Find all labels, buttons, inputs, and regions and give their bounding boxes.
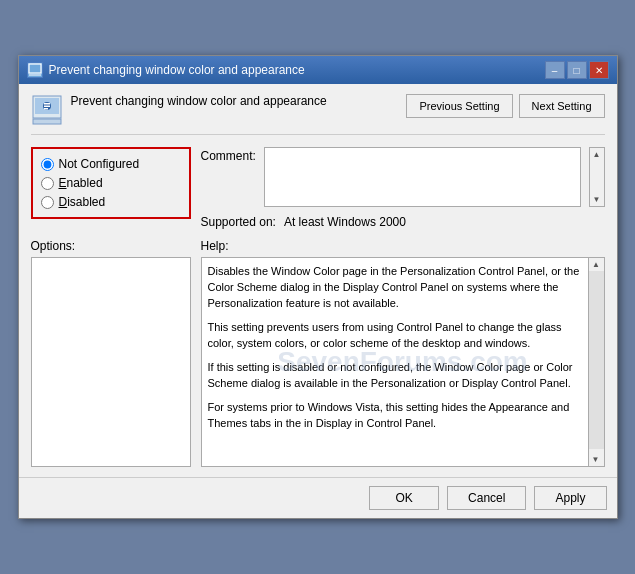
help-panel: Help: Disables the Window Color page in … [201,239,605,467]
previous-setting-button[interactable]: Previous Setting [406,94,512,118]
supported-section: Supported on: At least Windows 2000 [201,215,605,229]
supported-label: Supported on: [201,215,276,229]
radio-enabled[interactable]: Enabled [41,176,181,190]
right-panel: Comment: ▲ ▼ Supported on: At least Wind… [201,147,605,229]
help-paragraph-3: If this setting is disabled or not confi… [208,360,582,392]
footer: OK Cancel Apply [19,477,617,518]
scroll-up-arrow[interactable]: ▲ [591,148,603,161]
help-scroll-down[interactable]: ▼ [588,453,604,466]
help-scrollbar: ▲ ▼ [588,258,604,466]
supported-value: At least Windows 2000 [284,215,406,229]
comment-scrollbar: ▲ ▼ [589,147,605,207]
dialog-window: Prevent changing window color and appear… [18,55,618,519]
header-section: Prevent changing window color and appear… [31,94,605,135]
apply-button[interactable]: Apply [534,486,606,510]
help-paragraph-2: This setting prevents users from using C… [208,320,582,352]
help-paragraph-4: For systems prior to Windows Vista, this… [208,400,582,432]
title-bar-text: Prevent changing window color and appear… [49,63,305,77]
comment-section: Comment: ▲ ▼ [201,147,605,207]
ok-button[interactable]: OK [369,486,439,510]
options-box [31,257,191,467]
help-text-content: Disables the Window Color page in the Pe… [208,264,598,431]
radio-enabled-label: Enabled [59,176,103,190]
help-box: Disables the Window Color page in the Pe… [201,257,605,467]
radio-disabled-label: Disabled [59,195,106,209]
svg-rect-2 [29,74,41,76]
help-title: Help: [201,239,605,253]
radio-not-configured-label: Not Configured [59,157,140,171]
title-bar: Prevent changing window color and appear… [19,56,617,84]
radio-group: Not Configured Enabled Disabled [31,147,191,219]
header-policy-icon [31,94,63,126]
dialog-body: Prevent changing window color and appear… [19,84,617,477]
radio-disabled[interactable]: Disabled [41,195,181,209]
options-panel: Options: [31,239,191,467]
help-scroll-up[interactable]: ▲ [589,258,604,271]
minimize-button[interactable]: – [545,61,565,79]
scroll-down-arrow[interactable]: ▼ [591,193,603,206]
radio-not-configured[interactable]: Not Configured [41,157,181,171]
svg-rect-1 [31,66,39,71]
next-setting-button[interactable]: Next Setting [519,94,605,118]
bottom-section: Options: Help: Disables the Window Color… [31,239,605,467]
title-bar-controls: – □ ✕ [545,61,609,79]
svg-rect-7 [44,103,50,105]
close-button[interactable]: ✕ [589,61,609,79]
header-title: Prevent changing window color and appear… [71,94,399,108]
title-bar-icon [27,62,43,78]
svg-rect-9 [44,108,48,110]
help-scroll-track [589,271,604,449]
content-area: Not Configured Enabled Disabled Comment: [31,147,605,229]
header-nav-buttons: Previous Setting Next Setting [406,94,604,118]
maximize-button[interactable]: □ [567,61,587,79]
left-panel: Not Configured Enabled Disabled [31,147,191,229]
comment-label: Comment: [201,147,256,207]
svg-rect-8 [44,106,50,108]
cancel-button[interactable]: Cancel [447,486,526,510]
svg-rect-5 [33,119,61,124]
comment-textarea[interactable] [264,147,581,207]
options-title: Options: [31,239,191,253]
help-paragraph-1: Disables the Window Color page in the Pe… [208,264,582,312]
